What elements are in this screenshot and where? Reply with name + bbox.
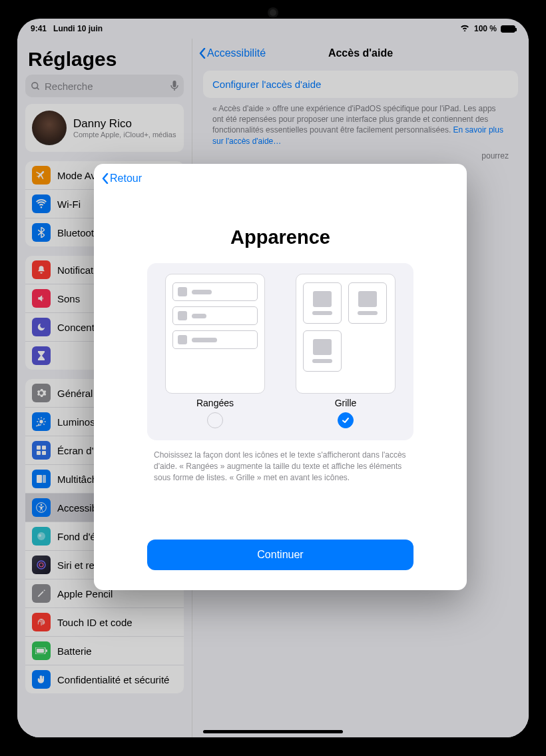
radio-grid[interactable] xyxy=(338,412,354,428)
choice-rows[interactable]: Rangées xyxy=(158,274,272,428)
sheet-help-text: Choisissez la façon dont les icônes et l… xyxy=(154,450,407,483)
choice-grid-label: Grille xyxy=(335,398,357,408)
sheet-back-button[interactable]: Retour xyxy=(102,173,142,185)
home-indicator[interactable] xyxy=(203,730,343,733)
choice-grid[interactable]: Grille xyxy=(288,274,403,428)
front-camera xyxy=(270,9,276,16)
appearance-sheet: Retour Apparence Rangées xyxy=(94,164,467,590)
appearance-choice-group: Rangées Grille xyxy=(147,263,413,440)
radio-rows[interactable] xyxy=(207,412,223,428)
sheet-title: Apparence xyxy=(94,226,467,248)
preview-grid xyxy=(296,274,396,394)
choice-rows-label: Rangées xyxy=(196,398,234,408)
preview-rows xyxy=(165,274,265,394)
continue-button[interactable]: Continuer xyxy=(147,540,413,570)
